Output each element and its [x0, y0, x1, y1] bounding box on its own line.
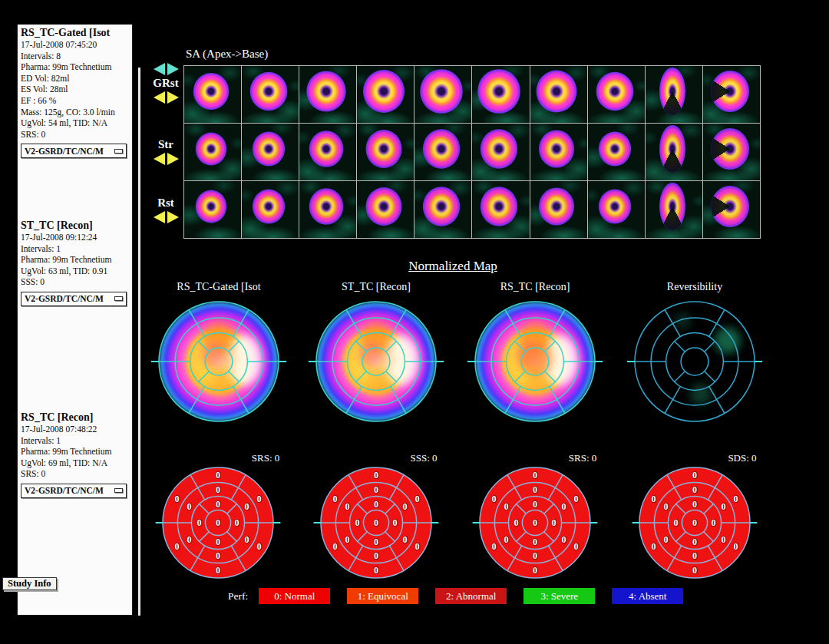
- myocardium-slice-image: [250, 72, 288, 111]
- arrow-right-icon[interactable]: [167, 91, 179, 104]
- arrow-left-icon[interactable]: [154, 153, 165, 165]
- sa-slice: [472, 124, 529, 180]
- segment-score-value: 0: [721, 534, 725, 545]
- myocardium-slice-image: [478, 69, 521, 114]
- legend-item: 0: Normal: [259, 588, 330, 604]
- segment-score-value: 0: [533, 550, 537, 561]
- slice-step-arrows[interactable]: [154, 91, 179, 104]
- segment-score-value: 0: [216, 484, 220, 495]
- sa-slice: [588, 181, 645, 238]
- sa-slice: [530, 181, 587, 238]
- segment-score-value: 0: [216, 517, 220, 528]
- myocardium-slice-image: [309, 131, 344, 168]
- slice-step-arrows[interactable]: [154, 211, 179, 223]
- myocardium-slice-image: [711, 128, 749, 170]
- segment-score-value: 0: [664, 534, 669, 545]
- normalized-map-label: RS_TC-Gated [Isot: [134, 281, 303, 293]
- myocardium-slice-image: [253, 132, 285, 167]
- sa-slice: [530, 66, 587, 123]
- segment-score-value: 0: [504, 501, 509, 512]
- perfusion-polar-map: [150, 292, 288, 431]
- processing-dropdown[interactable]: V2-GSRD/TC/NC/M: [21, 144, 127, 158]
- segment-score-value: 0: [574, 494, 579, 504]
- arrow-right-icon[interactable]: [167, 63, 179, 75]
- myocardium-slice-image: [196, 190, 226, 223]
- sa-row-control-rst: Rst: [143, 195, 189, 223]
- myocardium-slice-image: [423, 187, 460, 227]
- sa-slice: [184, 124, 241, 180]
- processing-dropdown-label: V2-GSRD/TC/NC/M: [25, 147, 104, 156]
- segment-score-polar-map: 00000000000000000: [153, 457, 283, 588]
- normalized-map-label: RS_TC [Recon]: [451, 281, 619, 293]
- segment-score-value: 0: [692, 484, 697, 495]
- study-info-button[interactable]: Study Info: [2, 577, 57, 590]
- arrow-right-icon[interactable]: [167, 211, 179, 223]
- segment-score-value: 0: [374, 537, 378, 547]
- segment-score-value: 0: [664, 501, 669, 512]
- normalized-map-label: ST_TC [Recon]: [292, 281, 461, 293]
- sa-slice: [414, 66, 471, 123]
- segment-score-value: 0: [332, 494, 337, 504]
- segment-score-value: 0: [514, 517, 519, 528]
- segment-score-value: 0: [257, 494, 262, 504]
- sa-slice: [299, 66, 356, 123]
- myocardium-slice-image: [711, 186, 749, 227]
- segment-score-value: 0: [374, 550, 378, 561]
- sa-slice: [646, 66, 702, 123]
- study-detail-line: UgVol: 69 ml, TID: N/A: [21, 457, 130, 469]
- segment-score-value: 0: [692, 499, 697, 510]
- segment-score-value: 0: [374, 470, 378, 481]
- sa-slice: [472, 66, 529, 123]
- perfusion-legend: Perf: 0: Normal1: Equivocal2: Abnormal3:…: [228, 588, 683, 604]
- processing-dropdown[interactable]: V2-GSRD/TC/NC/M: [21, 292, 127, 306]
- sa-slice: [184, 181, 241, 238]
- segment-score-value: 0: [491, 494, 496, 504]
- study-detail-line: 17-Jul-2008 07:48:22: [21, 424, 130, 435]
- segment-score-value: 0: [216, 470, 220, 481]
- sa-slice: [299, 124, 356, 180]
- segment-score-value: 0: [244, 501, 249, 512]
- arrow-left-icon[interactable]: [154, 211, 165, 223]
- segment-score-value: 0: [533, 517, 537, 528]
- myocardium-slice-image: [659, 183, 685, 230]
- segment-score-value: 0: [174, 541, 179, 552]
- study-detail-line: EF : 66 %: [21, 95, 130, 107]
- sa-slice: [588, 66, 645, 123]
- myocardium-slice-image: [539, 130, 574, 168]
- segment-score-value: 0: [651, 541, 656, 552]
- sa-slice: [588, 124, 645, 180]
- sa-slice: [472, 181, 529, 238]
- study-detail-line: ED Vol: 82ml: [21, 73, 130, 84]
- slice-step-arrows[interactable]: [154, 153, 179, 165]
- sa-row-label: GRst: [153, 76, 178, 90]
- myocardium-slice-image: [598, 190, 630, 224]
- option-menu-indicator-icon: [114, 296, 123, 301]
- study-title: RS_TC-Gated [Isot: [21, 26, 130, 39]
- myocardium-slice-image: [481, 187, 517, 227]
- myocardium-slice-image: [253, 190, 285, 224]
- gating-step-arrows[interactable]: [154, 63, 179, 75]
- panel-divider: [138, 68, 140, 616]
- arrow-right-icon[interactable]: [167, 153, 179, 165]
- arrow-left-icon[interactable]: [154, 91, 165, 104]
- segment-score-value: 0: [393, 517, 398, 528]
- segment-score-value: 0: [402, 534, 407, 545]
- arrow-left-icon[interactable]: [154, 63, 165, 75]
- sa-section-title: SA (Apex->Base): [186, 48, 268, 61]
- segment-score-value: 0: [734, 494, 738, 504]
- study-list-panel: RS_TC-Gated [Isot17-Jul-2008 07:45:20Int…: [17, 24, 133, 616]
- segment-score-value: 0: [402, 501, 407, 512]
- sa-slice: [703, 124, 760, 180]
- study-block: ST_TC [Recon]17-Jul-2008 09:12:24Interva…: [21, 219, 130, 306]
- segment-score-value: 0: [561, 501, 566, 512]
- study-detail-line: UgVol: 63 ml, TID: 0.91: [21, 266, 130, 277]
- segment-score-value: 0: [374, 484, 378, 495]
- processing-dropdown[interactable]: V2-GSRD/TC/NC/M: [21, 484, 127, 498]
- myocardium-slice-image: [596, 72, 633, 111]
- segment-score-value: 0: [355, 517, 360, 528]
- study-detail-line: 17-Jul-2008 07:45:20: [21, 39, 130, 51]
- sa-slice: [357, 124, 414, 180]
- sa-slice: [703, 66, 760, 123]
- study-detail-line: SSS: 0: [21, 276, 130, 288]
- legend-item: 2: Abnormal: [435, 588, 507, 604]
